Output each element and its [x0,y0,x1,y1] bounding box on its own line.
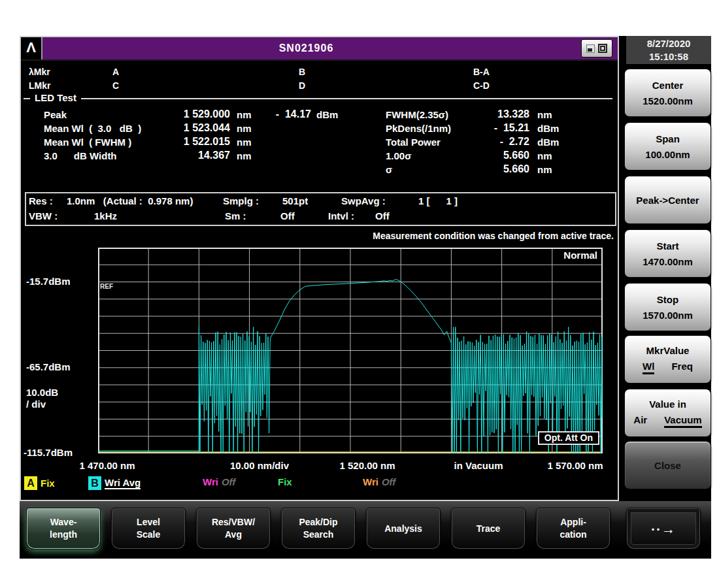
legend-trace-a-label: Fix [41,478,55,489]
softkey-stop-label: Stop [657,294,678,305]
tab-res-vbw-avg-label2: Avg [225,529,242,541]
tab-peak-dip-search-label: Peak/Dip [299,516,337,529]
maximize-button[interactable] [598,44,607,53]
tab-wavelength-label: Wave- [50,516,77,529]
tab-res-vbw-avg-label: Res/VBW/ [212,516,255,529]
meas-value: - 2.72 [450,136,529,148]
softkey-value-in-option-vacuum[interactable]: Vacuum [664,414,702,428]
date-text: 8/27/2020 [626,37,711,50]
legend-trace-e-label: Off [382,476,395,487]
x-axis-medium-label: in Vacuum [454,460,503,471]
meas-label: Mean Wl ( 3.0 dB ) [44,123,141,134]
meas-unit: nm [537,109,552,120]
marker-ba-label: B-A [473,67,490,77]
meas-unit: nm [537,150,552,161]
legend-trace-b[interactable]: BWri Avg [88,476,141,490]
legend-trace-d[interactable]: Fix [278,476,292,487]
y-axis-scale-label: 10.0dB [26,387,58,398]
ref-level-label: REF [100,283,113,290]
trace-legend: AFixBWri AvgWriOffFixWriOff [21,476,618,493]
softkey-start-label: Start [656,240,678,252]
softkey-start-value: 1470.00nm [643,256,693,267]
tab-application-label: Appli- [560,516,586,529]
meas-value: 13.328 [450,108,529,120]
softkey-span-label: Span [656,133,680,144]
meas-label: 1.00σ [386,150,411,161]
legend-trace-b-label: Wri Avg [105,477,141,489]
softkey-center-value: 1520.00nm [643,95,693,106]
tab-application-label2: cation [560,529,586,541]
lmarker-row-label: LMkr [29,80,50,91]
meas-unit: dBm [537,137,559,148]
x-axis-scale-label: 10.00 nm/div [230,460,289,471]
meas-unit: nm [237,123,252,134]
sm-value: Off [280,210,295,221]
y-axis-ref-label: -15.7dBm [26,276,71,287]
window-title: SN021906 [8,37,605,59]
softkey-value-in[interactable]: Value inAirVacuum [624,389,711,437]
analysis-mode-title: LED Test [30,92,81,103]
softkey-close[interactable]: Close [624,441,711,489]
intvl-value: Off [375,210,390,221]
sweep-settings-bar: Res : 1.0nm (Actual : 0.978 nm) Smplg : … [25,192,616,226]
meas-label: Peak [44,109,67,120]
measurement-results: Peak1 529.000nm- 14.17dBmMean Wl ( 3.0 d… [21,109,618,191]
softkey-center[interactable]: Center1520.00nm [624,69,711,117]
tab-wavelength-label2: length [50,529,77,541]
legend-trace-e-label: Wri [363,476,378,487]
legend-trace-c[interactable]: WriOff [203,476,235,487]
meas-peak-level-unit: dBm [316,109,338,120]
softkey-peak-to-center[interactable]: Peak->Center [624,176,711,224]
tab-level-scale[interactable]: LevelScale [111,508,186,549]
meas-value: 14.367 [132,150,230,161]
trace-mode-label: Normal [563,250,597,261]
res-value: 1.0nm (Actual : 0.978 nm) [67,195,193,206]
tab-peak-dip-search[interactable]: Peak/DipSearch [281,508,356,549]
softkey-mkr-value-option-wl[interactable]: Wl [643,361,654,374]
swpavg-value: 1 [ 1 ] [418,195,458,206]
tab-wavelength[interactable]: Wave-length [26,508,101,549]
optical-attenuator-badge: Opt. Att On [538,431,599,445]
tab-trace-label: Trace [477,523,501,535]
meas-value: 5.660 [450,163,529,175]
tab-res-vbw-avg[interactable]: Res/VBW/Avg [196,508,271,549]
swpavg-label: SwpAvg : [341,195,386,206]
res-label: Res : [29,195,53,206]
tab-level-scale-label: Level [137,516,160,529]
softkey-span[interactable]: Span100.00nm [624,122,711,171]
vbw-value: 1kHz [94,210,117,221]
minimize-button[interactable] [586,44,595,53]
tab-more[interactable]: ··→ [626,508,701,549]
spectrum-analyzer-window: Λ SN021906 λMkr A B B-A LMkr C D C-D LED… [20,36,619,501]
softkey-start[interactable]: Start1470.00nm [624,229,711,278]
section-divider [24,98,612,99]
vbw-label: VBW : [29,210,58,221]
marker-a-label: A [112,67,119,77]
meas-label: FWHM(2.35σ) [386,109,448,120]
meas-value: - 15.21 [450,122,529,134]
softkey-value-in-option-air[interactable]: Air [633,414,647,428]
marker-row-label: λMkr [29,67,50,77]
status-message: Measurement condition was changed from a… [373,231,614,241]
legend-trace-b-badge: B [88,476,101,490]
y-axis-scale-label2: / div [26,399,46,410]
tab-analysis-label: Analysis [384,523,422,535]
meas-unit: nm [537,164,552,175]
tab-application[interactable]: Appli-cation [536,508,610,549]
meas-unit: nm [237,150,252,161]
legend-trace-a[interactable]: AFix [24,476,55,490]
tab-analysis[interactable]: Analysis [366,508,441,549]
legend-trace-e[interactable]: WriOff [363,476,395,487]
softkey-span-value: 100.00nm [645,149,690,160]
smplg-value: 501pt [282,195,308,206]
window-controls [581,39,612,57]
softkey-mkr-value-option-freq[interactable]: Freq [671,361,693,374]
softkey-mkr-value[interactable]: MkrValueWlFreq [624,335,711,384]
softkey-stop[interactable]: Stop1570.00nm [624,283,711,331]
y-axis-bottom-label: -115.7dBm [24,447,73,458]
softkey-mkr-value-label: MkrValue [646,345,690,356]
intvl-label: Intvl : [328,210,354,221]
tab-more-label: ··→ [651,523,676,535]
x-axis-center-label: 1 520.00 nm [339,460,395,471]
tab-trace[interactable]: Trace [451,508,526,549]
